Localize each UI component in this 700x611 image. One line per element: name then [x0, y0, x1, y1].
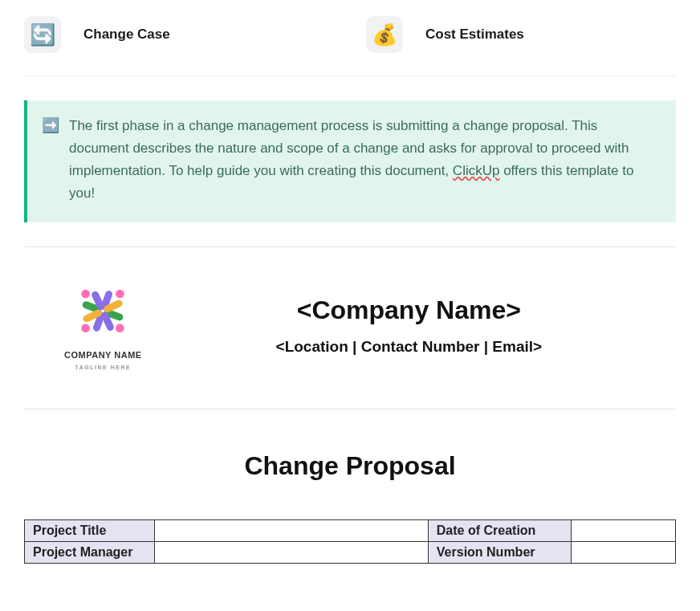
cell-version-value[interactable]	[572, 542, 676, 564]
callout-text: The first phase in a change management p…	[69, 115, 658, 205]
meta-table: Project Title Date of Creation Project M…	[24, 519, 676, 564]
company-text: <Company Name> <Location | Contact Numbe…	[166, 295, 652, 356]
divider	[24, 409, 676, 409]
svg-point-10	[79, 322, 92, 334]
nav-label: Cost Estimates	[425, 26, 524, 43]
cell-pm-value[interactable]	[155, 542, 429, 564]
company-logo: COMPANY NAME TAGLINE HERE	[64, 281, 142, 370]
svg-point-11	[79, 288, 92, 300]
nav-row: 🔄 Change Case 💰 Cost Estimates	[24, 16, 676, 76]
company-name-placeholder[interactable]: <Company Name>	[166, 295, 652, 325]
company-header: COMPANY NAME TAGLINE HERE <Company Name>…	[24, 281, 676, 399]
cell-date-value[interactable]	[572, 520, 676, 542]
info-callout: ➡️ The first phase in a change managemen…	[24, 100, 676, 222]
cell-project-title-value[interactable]	[155, 520, 429, 542]
table-row: Project Title Date of Creation	[25, 520, 676, 542]
logo-icon	[66, 281, 140, 345]
svg-point-8	[114, 288, 126, 300]
cell-pm-label: Project Manager	[25, 542, 155, 564]
callout-link[interactable]: ClickUp	[453, 163, 500, 178]
cell-project-title-label: Project Title	[25, 520, 155, 542]
nav-label: Change Case	[83, 26, 170, 43]
cell-version-label: Version Number	[428, 542, 571, 564]
page-title: Change Proposal	[24, 451, 676, 481]
document-body: 🔄 Change Case 💰 Cost Estimates ➡️ The fi…	[0, 0, 700, 596]
nav-card-change-case[interactable]: 🔄 Change Case	[24, 16, 334, 53]
arrow-right-icon: ➡️	[42, 115, 59, 205]
divider	[24, 246, 676, 247]
logo-tagline: TAGLINE HERE	[75, 365, 132, 370]
money-bag-icon: 💰	[366, 16, 403, 53]
nav-card-cost-estimates[interactable]: 💰 Cost Estimates	[366, 16, 676, 53]
company-sub-placeholder[interactable]: <Location | Contact Number | Email>	[166, 338, 652, 356]
cell-date-label: Date of Creation	[428, 520, 571, 542]
refresh-icon: 🔄	[24, 16, 61, 53]
logo-caption: COMPANY NAME	[64, 350, 142, 360]
svg-point-9	[114, 322, 126, 334]
table-row: Project Manager Version Number	[25, 542, 676, 564]
